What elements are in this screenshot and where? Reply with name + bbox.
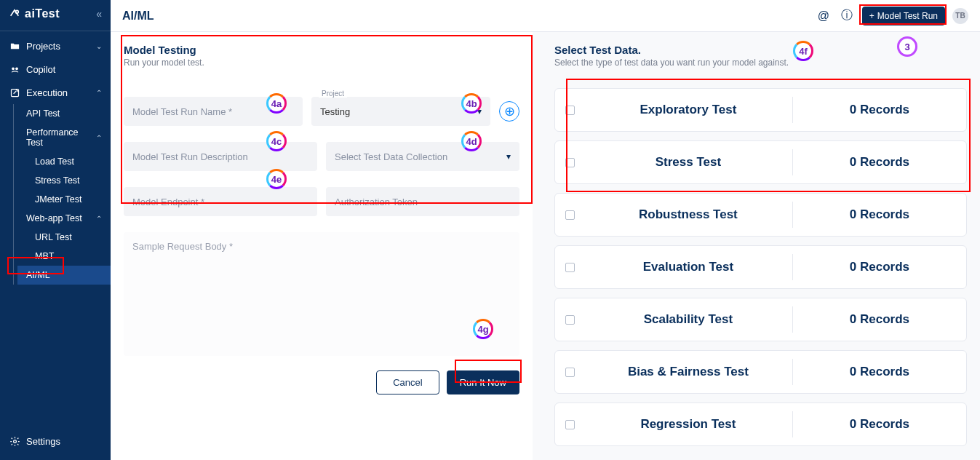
sidebar-item-webapp-test[interactable]: Web-app Test⌃ [17,209,111,228]
test-card-records: 0 Records [793,155,966,170]
sidebar-label: Projects [26,41,60,52]
cancel-button[interactable]: Cancel [376,370,439,394]
checkbox-wrap [555,368,584,377]
auth-input[interactable] [335,197,511,207]
test-card[interactable]: Bias & Fairness Test 0 Records [554,350,967,394]
endpoint-field[interactable] [124,187,317,216]
sidebar-item-load-test[interactable]: Load Test [26,152,111,171]
test-card[interactable]: Robustness Test 0 Records [554,193,967,237]
model-testing-title: Model Testing [124,44,519,56]
test-card-records: 0 Records [793,260,966,274]
test-card[interactable]: Stress Test 0 Records [554,140,967,184]
collection-ph: Select Test Data Collection [335,151,447,162]
svg-point-0 [15,10,18,13]
checkbox[interactable] [565,158,575,167]
collapse-icon[interactable]: « [96,8,102,20]
at-icon[interactable]: @ [816,8,832,24]
sidebar-item-execution[interactable]: Execution ⌃ [0,81,111,104]
select-test-data-title: Select Test Data. [554,44,967,56]
endpoint-input[interactable] [132,197,308,207]
test-card-name: Robustness Test [584,207,792,222]
collection-field[interactable]: Select Test Data Collection ▾ [326,142,519,171]
test-card-records: 0 Records [793,103,966,117]
checkbox-wrap [555,106,584,115]
add-project-button[interactable]: ⊕ [499,101,519,122]
desc-field[interactable] [124,142,317,171]
run-it-now-button[interactable]: Run It Now [447,370,519,394]
body-field[interactable]: Sample Request Body * [124,232,519,356]
avatar[interactable]: TB [952,8,968,24]
model-testing-sub: Run your model test. [124,58,519,68]
svg-point-4 [13,440,16,443]
project-float-label: Project [319,90,347,98]
sidebar-item-api-test[interactable]: API Test [17,104,111,123]
copilot-icon [9,63,20,75]
main: AI/ML @ ⓘ + Model Test Run TB Model Test… [111,0,980,460]
checkbox-wrap [555,158,584,167]
sidebar-item-stress-test[interactable]: Stress Test [26,171,111,190]
test-card-records: 0 Records [793,417,966,432]
checkbox[interactable] [565,106,575,115]
test-card[interactable]: Evaluation Test 0 Records [554,245,967,289]
name-input[interactable] [132,106,294,117]
chevron-up-icon: ⌃ [96,89,102,97]
sidebar-item-mbt[interactable]: MBT [26,247,111,266]
panel-left: Model Testing Run your model test. Proje… [111,32,533,460]
test-card[interactable]: Regression Test 0 Records [554,402,967,446]
checkbox[interactable] [565,420,575,429]
chevron-up-icon: ⌃ [96,134,102,142]
checkbox[interactable] [565,263,575,272]
chevron-down-icon: ▾ [477,106,482,116]
test-card-name: Scalability Test [584,312,792,327]
sidebar-item-copilot[interactable]: Copilot [0,58,111,81]
sidebar-item-settings[interactable]: Settings [0,429,111,453]
test-card-name: Bias & Fairness Test [584,365,792,379]
checkbox[interactable] [565,210,575,220]
folder-icon [9,40,20,52]
model-test-run-button[interactable]: + Model Test Run [862,7,945,25]
sidebar-label: Copilot [26,64,55,75]
chevron-up-icon: ⌃ [96,215,102,223]
project-field[interactable]: Project Testing ▾ [311,97,490,126]
svg-point-2 [15,67,18,70]
test-card-name: Regression Test [584,417,792,432]
sidebar-label: Settings [26,436,60,447]
checkbox[interactable] [565,315,575,325]
test-card-records: 0 Records [793,312,966,327]
select-test-data-sub: Select the type of test data you want ru… [554,58,967,68]
sidebar-item-jmeter-test[interactable]: JMeter Test [26,190,111,209]
test-card-name: Exploratory Test [584,103,792,117]
test-card[interactable]: Exploratory Test 0 Records [554,88,967,132]
test-card-name: Stress Test [584,155,792,170]
sidebar-item-url-test[interactable]: URL Test [26,228,111,247]
info-icon[interactable]: ⓘ [839,8,855,24]
desc-input[interactable] [132,151,308,162]
sidebar-item-projects[interactable]: Projects ⌄ [0,34,111,58]
test-card-name: Evaluation Test [584,260,792,274]
execution-icon [9,87,20,98]
checkbox-wrap [555,420,584,429]
project-value: Testing [320,106,350,117]
checkbox-wrap [555,210,584,220]
checkbox[interactable] [565,368,575,377]
chevron-down-icon: ▾ [506,151,511,162]
sidebar-label: Execution [26,87,68,98]
checkbox-wrap [555,263,584,272]
chevron-down-icon: ⌄ [96,42,102,50]
page-title: AI/ML [122,9,154,23]
auth-field[interactable] [326,187,519,216]
sidebar-item-aiml[interactable]: AI/ML [17,266,111,285]
topbar: AI/ML @ ⓘ + Model Test Run TB [111,0,980,32]
checkbox-wrap [555,315,584,325]
logo-text: aiTest [25,7,60,20]
test-card-records: 0 Records [793,207,966,222]
name-field[interactable] [124,97,303,126]
test-card-records: 0 Records [793,365,966,379]
svg-point-1 [12,67,15,70]
sidebar: aiTest « Projects ⌄ Copilot Execution ⌃ … [0,0,111,460]
sidebar-item-perf-test[interactable]: Performance Test⌃ [17,123,111,152]
logo-icon [9,8,20,20]
test-card[interactable]: Scalability Test 0 Records [554,298,967,341]
panel-right: Select Test Data. Select the type of tes… [533,32,980,460]
plus-icon: + [869,11,875,21]
